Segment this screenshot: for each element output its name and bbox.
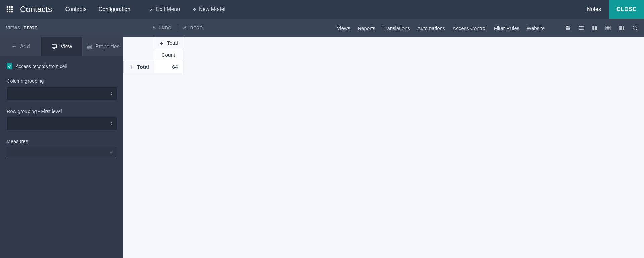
svg-rect-45 [87, 48, 91, 49]
column-grouping-field: Column grouping [7, 78, 117, 100]
table-view-icon[interactable] [605, 25, 611, 31]
svg-rect-12 [566, 28, 570, 29]
sidebar-tab-properties-label: Properties [95, 44, 120, 50]
tab-access-control[interactable]: Access Control [452, 25, 486, 31]
main: Add View Properties Access records f [0, 37, 644, 258]
sidebar-tab-view[interactable]: View [41, 37, 83, 56]
svg-rect-14 [579, 26, 580, 27]
svg-rect-40 [52, 45, 57, 48]
row-grouping-field: Row grouping - First level [7, 109, 117, 130]
svg-rect-33 [621, 27, 622, 29]
redo-button[interactable]: REDO [183, 26, 203, 31]
svg-rect-21 [595, 26, 597, 28]
tab-views[interactable]: Views [337, 25, 351, 31]
row-grouping-select[interactable] [7, 117, 117, 130]
column-grouping-label: Column grouping [7, 78, 117, 84]
svg-rect-22 [592, 28, 594, 30]
tab-filter-rules[interactable]: Filter Rules [494, 25, 519, 31]
pivot-row-total-label: Total [137, 64, 149, 70]
svg-line-39 [636, 29, 637, 30]
apps-icon[interactable] [6, 6, 13, 13]
svg-rect-0 [7, 6, 8, 8]
sidebar-tabs: Add View Properties [0, 37, 123, 56]
svg-rect-8 [11, 11, 13, 13]
view-switcher-icons [565, 25, 638, 31]
sidebar-tab-add-label: Add [20, 44, 30, 50]
redo-icon [183, 26, 188, 31]
plus-icon [11, 44, 17, 49]
tab-automations[interactable]: Automations [417, 25, 445, 31]
menu-edit[interactable]: Edit Menu [149, 6, 180, 12]
svg-rect-9 [566, 26, 568, 28]
svg-rect-11 [568, 27, 570, 28]
svg-rect-32 [619, 27, 621, 29]
svg-rect-4 [9, 9, 11, 10]
updown-icon [109, 121, 113, 126]
svg-rect-44 [87, 46, 91, 47]
svg-rect-23 [595, 28, 597, 30]
pivot-corner [124, 49, 154, 61]
undo-icon [151, 26, 156, 31]
grid-view-icon[interactable] [619, 25, 625, 31]
updown-icon [109, 91, 113, 96]
svg-rect-20 [592, 26, 594, 28]
row-grouping-label: Row grouping - First level [7, 109, 117, 114]
plus-icon: ＋ [159, 40, 164, 46]
form-view-icon[interactable] [565, 25, 571, 31]
menu-contacts[interactable]: Contacts [65, 6, 87, 12]
content-area: ＋ Total Count ＋ Total [123, 37, 644, 258]
tab-reports[interactable]: Reports [358, 25, 375, 31]
svg-rect-24 [606, 26, 610, 30]
sidebar-tab-add[interactable]: Add [0, 37, 41, 56]
pivot-value-cell[interactable]: 64 [154, 61, 183, 73]
kanban-view-icon[interactable] [592, 25, 598, 31]
pivot-table: ＋ Total Count ＋ Total [123, 37, 183, 73]
svg-rect-17 [580, 28, 584, 28]
svg-rect-5 [11, 9, 13, 10]
pivot-corner [124, 37, 154, 49]
menu-new-model-label: New Model [199, 6, 225, 12]
undo-button[interactable]: UNDO [151, 26, 172, 31]
sidebar-tab-properties[interactable]: Properties [82, 37, 123, 56]
svg-point-38 [633, 26, 636, 29]
svg-rect-43 [87, 45, 91, 46]
sidebar: Add View Properties Access records f [0, 37, 123, 258]
menu-edit-label: Edit Menu [156, 6, 180, 12]
sidebar-body: Access records from cell Column grouping… [0, 56, 123, 174]
menu-configuration[interactable]: Configuration [99, 6, 130, 12]
checkbox-checked-icon [7, 63, 12, 69]
list-view-icon[interactable] [578, 25, 584, 31]
svg-rect-10 [568, 26, 570, 27]
notes-link[interactable]: Notes [587, 6, 601, 12]
column-grouping-select[interactable] [7, 87, 117, 100]
redo-label: REDO [190, 26, 203, 30]
svg-rect-37 [623, 29, 624, 30]
search-icon[interactable] [632, 25, 638, 31]
pivot-col-total-label: Total [167, 40, 178, 46]
pivot-count-header: Count [154, 49, 183, 61]
measures-label: Measures [7, 139, 117, 144]
tab-translations[interactable]: Translations [383, 25, 410, 31]
pencil-icon [149, 7, 154, 12]
close-button[interactable]: CLOSE [609, 0, 644, 19]
svg-rect-1 [9, 6, 11, 8]
monitor-icon [51, 44, 57, 50]
access-records-checkbox-row[interactable]: Access records from cell [7, 63, 117, 69]
menu-new-model[interactable]: New Model [192, 6, 225, 12]
tab-website[interactable]: Website [527, 25, 545, 31]
secondbar: VIEWS PIVOT UNDO REDO Views Reports Tran… [0, 19, 644, 37]
measures-select[interactable] [7, 147, 117, 158]
plus-icon [192, 7, 197, 12]
app-title: Contacts [20, 5, 52, 14]
svg-rect-31 [623, 26, 624, 27]
svg-rect-18 [579, 29, 580, 30]
svg-rect-34 [623, 27, 624, 29]
svg-rect-6 [7, 11, 8, 13]
properties-icon [86, 44, 92, 50]
svg-rect-2 [11, 6, 13, 8]
svg-rect-36 [621, 29, 622, 30]
svg-rect-13 [566, 29, 570, 30]
pivot-col-header[interactable]: ＋ Total [154, 37, 183, 49]
breadcrumb-current: PIVOT [24, 26, 37, 30]
pivot-row-header[interactable]: ＋ Total [124, 61, 154, 73]
